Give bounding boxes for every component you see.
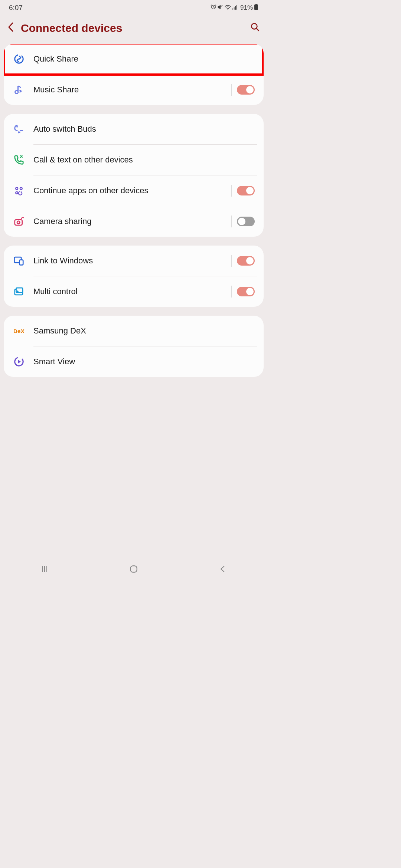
battery-icon xyxy=(254,4,258,12)
item-music-share[interactable]: Music Share xyxy=(4,75,264,105)
multi-control-icon xyxy=(13,285,25,298)
item-auto-switch-buds[interactable]: Auto switch Buds xyxy=(4,114,264,144)
item-call-text[interactable]: Call & text on other devices xyxy=(4,145,264,175)
toggle-divider xyxy=(231,216,232,227)
svg-point-8 xyxy=(16,192,18,194)
item-multi-control[interactable]: Multi control xyxy=(4,276,264,307)
smart-view-icon xyxy=(13,355,25,368)
item-quick-share[interactable]: Quick Share xyxy=(4,44,264,74)
item-label: Smart View xyxy=(33,356,255,367)
signal-icon xyxy=(232,4,238,12)
svg-point-6 xyxy=(16,187,18,190)
phone-icon xyxy=(13,154,25,166)
item-label: Camera sharing xyxy=(33,216,231,227)
settings-group: Quick Share Music Share xyxy=(4,44,264,105)
item-samsung-dex[interactable]: DeX Samsung DeX xyxy=(4,316,264,346)
item-label: Continue apps on other devices xyxy=(33,185,231,196)
header: Connected devices xyxy=(0,14,267,44)
item-label: Samsung DeX xyxy=(33,326,255,336)
item-smart-view[interactable]: Smart View xyxy=(4,346,264,377)
home-button[interactable] xyxy=(129,564,138,575)
svg-rect-12 xyxy=(19,260,23,265)
item-camera-sharing[interactable]: Camera sharing xyxy=(4,206,264,237)
svg-rect-0 xyxy=(254,4,258,10)
quick-share-icon xyxy=(13,53,25,65)
toggle-divider xyxy=(231,185,232,197)
item-link-windows[interactable]: Link to Windows xyxy=(4,246,264,276)
status-icons: 91% xyxy=(211,4,258,12)
item-label: Multi control xyxy=(33,286,231,297)
status-time: 6:07 xyxy=(9,4,23,12)
svg-rect-16 xyxy=(130,566,137,572)
svg-point-10 xyxy=(17,221,20,224)
svg-point-4 xyxy=(15,91,18,93)
page-title: Connected devices xyxy=(21,22,244,34)
settings-group: DeX Samsung DeX Smart View xyxy=(4,316,264,377)
svg-rect-9 xyxy=(15,220,22,225)
toggle-divider xyxy=(231,255,232,267)
recents-button[interactable] xyxy=(40,565,49,575)
apps-icon xyxy=(13,184,25,197)
camera-icon xyxy=(13,215,25,228)
settings-group: Auto switch Buds Call & text on other de… xyxy=(4,114,264,237)
continue-apps-toggle[interactable] xyxy=(237,186,255,195)
back-button[interactable] xyxy=(7,22,15,35)
link-windows-toggle[interactable] xyxy=(237,256,255,266)
mute-icon xyxy=(218,4,224,11)
battery-percent: 91% xyxy=(240,4,253,11)
alarm-icon xyxy=(211,4,216,11)
search-button[interactable] xyxy=(250,22,260,34)
svg-rect-1 xyxy=(255,4,257,4)
item-label: Quick Share xyxy=(33,54,255,65)
toggle-divider xyxy=(231,84,232,96)
svg-point-5 xyxy=(16,126,18,128)
wifi-icon xyxy=(225,4,231,12)
camera-sharing-toggle[interactable] xyxy=(237,217,255,226)
music-share-toggle[interactable] xyxy=(237,85,255,95)
item-label: Call & text on other devices xyxy=(33,155,255,165)
dex-icon: DeX xyxy=(13,325,25,337)
music-share-icon xyxy=(13,83,25,96)
navigation-bar xyxy=(0,561,267,579)
item-label: Music Share xyxy=(33,85,231,95)
toggle-divider xyxy=(231,286,232,297)
item-label: Auto switch Buds xyxy=(33,124,255,135)
back-nav-button[interactable] xyxy=(218,565,227,575)
item-label: Link to Windows xyxy=(33,256,231,266)
status-bar: 6:07 91% xyxy=(0,0,267,14)
settings-group: Link to Windows Multi control xyxy=(4,246,264,307)
multi-control-toggle[interactable] xyxy=(237,287,255,296)
item-continue-apps[interactable]: Continue apps on other devices xyxy=(4,175,264,206)
buds-icon xyxy=(13,123,25,135)
windows-icon xyxy=(13,254,25,267)
svg-point-7 xyxy=(20,187,22,190)
